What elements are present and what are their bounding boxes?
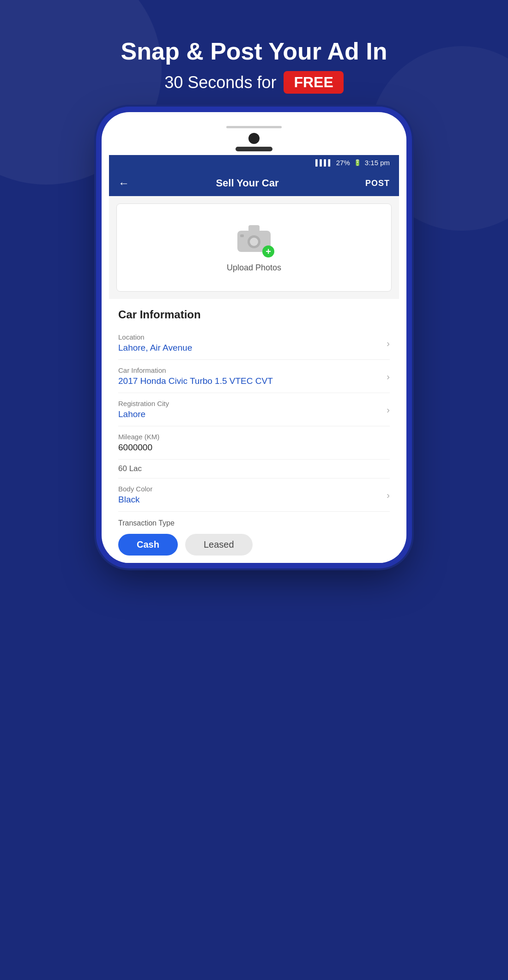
car-info-field[interactable]: Car Information 2017 Honda Civic Turbo 1… (118, 360, 390, 393)
registration-city-field[interactable]: Registration City Lahore › (118, 393, 390, 426)
chevron-icon: › (387, 338, 390, 348)
phone-top-bar (226, 126, 282, 128)
location-field[interactable]: Location Lahore, Air Avenue › (118, 327, 390, 360)
upload-card: + Upload Photos (116, 203, 392, 292)
signal-icon: ▌▌▌▌ (315, 159, 333, 166)
price-field: 60 Lac (118, 460, 390, 478)
svg-rect-4 (240, 234, 244, 237)
reg-city-value: Lahore (118, 409, 390, 419)
car-info-value: 2017 Honda Civic Turbo 1.5 VTEC CVT (118, 376, 390, 386)
reg-city-label: Registration City (118, 400, 390, 407)
upload-label: Upload Photos (227, 263, 281, 273)
section-title: Car Information (118, 299, 390, 327)
chevron-icon: › (387, 371, 390, 382)
phone-notch (109, 126, 399, 151)
location-value: Lahore, Air Avenue (118, 343, 390, 353)
hero-subtitle: 30 Seconds for FREE (121, 71, 387, 94)
transaction-section: Transaction Type Cash Leased (109, 512, 399, 563)
mileage-value: 6000000 (118, 442, 390, 453)
transaction-buttons: Cash Leased (118, 534, 390, 556)
transaction-type-label: Transaction Type (118, 519, 390, 527)
price-value: 60 Lac (118, 464, 142, 473)
chevron-icon: › (387, 490, 390, 500)
battery-icon: 🔋 (354, 159, 361, 166)
phone-speaker (236, 147, 272, 151)
leased-button[interactable]: Leased (185, 534, 253, 556)
mileage-field[interactable]: Mileage (KM) 6000000 (118, 426, 390, 460)
subtitle-prefix: 30 Seconds for (164, 73, 276, 92)
chevron-icon: › (387, 404, 390, 415)
car-info-label: Car Information (118, 366, 390, 374)
phone-camera (248, 133, 260, 144)
body-color-label: Body Color (118, 485, 390, 493)
post-button[interactable]: POST (365, 179, 390, 188)
nav-bar: ← Sell Your Car POST (109, 170, 399, 196)
mileage-label: Mileage (KM) (118, 433, 390, 441)
svg-point-3 (250, 238, 258, 246)
upload-area[interactable]: + Upload Photos (117, 204, 391, 291)
cash-button[interactable]: Cash (118, 534, 178, 556)
phone-screen: ▌▌▌▌ 27% 🔋 3:15 pm ← Sell Your Car POST (109, 155, 399, 563)
car-information-section: Car Information Location Lahore, Air Ave… (109, 299, 399, 512)
hero-title: Snap & Post Your Ad In (121, 37, 387, 66)
body-color-value: Black (118, 495, 390, 505)
hero-section: Snap & Post Your Ad In 30 Seconds for FR… (121, 0, 387, 94)
status-bar: ▌▌▌▌ 27% 🔋 3:15 pm (109, 155, 399, 170)
free-badge: FREE (284, 71, 343, 94)
plus-icon: + (262, 245, 274, 257)
nav-title: Sell Your Car (216, 177, 278, 189)
svg-rect-1 (248, 225, 260, 232)
back-button[interactable]: ← (118, 177, 129, 190)
time-display: 3:15 pm (365, 159, 390, 167)
camera-icon-wrap: + (236, 222, 272, 256)
body-color-field[interactable]: Body Color Black › (118, 478, 390, 512)
location-label: Location (118, 333, 390, 341)
phone-frame: ▌▌▌▌ 27% 🔋 3:15 pm ← Sell Your Car POST (102, 112, 406, 563)
battery-percent: 27% (336, 159, 350, 167)
